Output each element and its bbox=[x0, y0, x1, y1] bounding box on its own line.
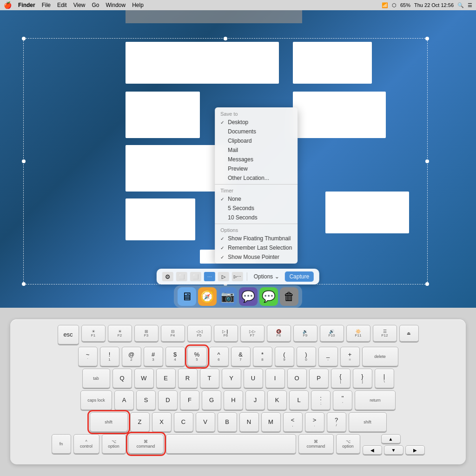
toolbar-window-icon[interactable]: ⬜ bbox=[190, 272, 201, 281]
apple-menu[interactable]: 🍎 bbox=[4, 2, 12, 8]
key-1[interactable]: ! 1 bbox=[100, 347, 119, 366]
key-2[interactable]: @ 2 bbox=[122, 347, 141, 366]
dropdown-clipboard[interactable]: Clipboard bbox=[215, 136, 298, 145]
dropdown-floating[interactable]: ✓ Show Floating Thumbnail bbox=[215, 234, 298, 243]
handle-tr[interactable] bbox=[425, 37, 429, 40]
dropdown-preview[interactable]: Preview bbox=[215, 164, 298, 173]
key-power[interactable]: ⏏ bbox=[399, 325, 419, 342]
key-f9[interactable]: 🔉 F9 bbox=[293, 325, 317, 342]
key-5[interactable]: % 5 bbox=[187, 347, 207, 366]
menu-go[interactable]: Go bbox=[92, 2, 99, 8]
menu-window[interactable]: Window bbox=[106, 2, 126, 8]
handle-mr[interactable] bbox=[425, 159, 429, 163]
dropdown-remember[interactable]: ✓ Remember Last Selection bbox=[215, 243, 298, 252]
key-command-right[interactable]: ⌘ command bbox=[298, 434, 334, 454]
search-icon[interactable]: 🔍 bbox=[457, 2, 464, 8]
key-s[interactable]: S bbox=[136, 390, 156, 410]
dock-messages[interactable]: 💬 bbox=[259, 287, 278, 306]
app-name[interactable]: Finder bbox=[18, 2, 35, 8]
key-y[interactable]: Y bbox=[222, 369, 241, 388]
key-arrow-down[interactable]: ▼ bbox=[384, 445, 403, 455]
key-e[interactable]: E bbox=[156, 369, 176, 388]
key-f6[interactable]: ▷❙ F6 bbox=[214, 325, 238, 342]
key-period[interactable]: > . bbox=[305, 412, 324, 432]
key-8[interactable]: * 8 bbox=[253, 347, 272, 366]
key-r[interactable]: R bbox=[178, 369, 198, 388]
handle-ml[interactable] bbox=[22, 159, 26, 163]
dropdown-desktop[interactable]: ✓ Desktop bbox=[215, 118, 298, 127]
key-f1[interactable]: ☀ F1 bbox=[81, 325, 106, 342]
key-comma[interactable]: < , bbox=[283, 412, 303, 432]
key-shift-right[interactable]: shift bbox=[349, 412, 387, 432]
key-control[interactable]: ^ control bbox=[73, 434, 99, 454]
key-b[interactable]: B bbox=[218, 412, 237, 432]
key-equals[interactable]: + = bbox=[340, 347, 360, 366]
key-o[interactable]: O bbox=[287, 369, 307, 388]
key-return[interactable]: return bbox=[355, 390, 396, 410]
toolbar-video-selection-icon[interactable]: ▷⋯ bbox=[232, 272, 243, 281]
key-option-right[interactable]: ⌥ option bbox=[336, 434, 360, 454]
toolbar-settings-icon[interactable]: ⚙ bbox=[162, 272, 173, 281]
toolbar-fullscreen-icon[interactable]: ⬜ bbox=[176, 272, 187, 281]
dropdown-5sec[interactable]: 5 Seconds bbox=[215, 204, 298, 213]
key-f5[interactable]: ◁◁ F5 bbox=[187, 325, 212, 342]
key-minus[interactable]: _ - bbox=[318, 347, 338, 366]
dock-screenshot[interactable]: 📷 bbox=[218, 287, 237, 306]
toolbar-selection-icon[interactable]: ⋯ bbox=[204, 272, 215, 281]
toolbar-video-icon[interactable]: ▷ bbox=[218, 272, 229, 281]
key-j[interactable]: J bbox=[245, 390, 265, 410]
dropdown-pointer[interactable]: ✓ Show Mouse Pointer bbox=[215, 252, 298, 262]
key-k[interactable]: K bbox=[267, 390, 287, 410]
dropdown-messages[interactable]: Messages bbox=[215, 155, 298, 164]
key-d[interactable]: D bbox=[158, 390, 178, 410]
key-f7[interactable]: ▷▷ F7 bbox=[240, 325, 264, 342]
key-g[interactable]: G bbox=[202, 390, 221, 410]
key-rbracket[interactable]: } ] bbox=[353, 369, 372, 388]
key-w[interactable]: W bbox=[134, 369, 154, 388]
dock-slack[interactable]: 💬 bbox=[239, 287, 258, 306]
key-f4[interactable]: ⊟ F4 bbox=[161, 325, 185, 342]
key-tab[interactable]: tab bbox=[82, 369, 110, 388]
capture-button[interactable]: Capture bbox=[285, 271, 314, 282]
key-f10[interactable]: 🔊 F10 bbox=[320, 325, 344, 342]
key-spacebar[interactable] bbox=[166, 434, 296, 454]
handle-tl[interactable] bbox=[22, 37, 26, 40]
key-h[interactable]: H bbox=[224, 390, 243, 410]
key-0[interactable]: ) 0 bbox=[297, 347, 316, 366]
key-7[interactable]: & 7 bbox=[231, 347, 251, 366]
key-3[interactable]: # 3 bbox=[144, 347, 163, 366]
key-f12[interactable]: ☰ F12 bbox=[373, 325, 397, 342]
key-delete[interactable]: delete bbox=[362, 347, 398, 366]
key-z[interactable]: Z bbox=[130, 412, 150, 432]
key-q[interactable]: Q bbox=[112, 369, 132, 388]
key-6[interactable]: ^ 6 bbox=[209, 347, 229, 366]
key-p[interactable]: P bbox=[309, 369, 329, 388]
handle-tm[interactable] bbox=[224, 37, 227, 40]
handle-br[interactable] bbox=[425, 282, 429, 286]
key-command-left[interactable]: ⌘ command bbox=[128, 434, 164, 454]
menu-help[interactable]: Help bbox=[132, 2, 144, 8]
dropdown-mail[interactable]: Mail bbox=[215, 145, 298, 155]
key-i[interactable]: I bbox=[265, 369, 285, 388]
key-backslash[interactable]: | \ bbox=[375, 369, 394, 388]
control-center-icon[interactable]: ☰ bbox=[468, 2, 472, 8]
key-n[interactable]: N bbox=[239, 412, 259, 432]
key-shift-left[interactable]: shift bbox=[90, 412, 128, 432]
key-f3[interactable]: ⊞ F3 bbox=[134, 325, 159, 342]
dock-trash[interactable]: 🗑 bbox=[280, 287, 298, 306]
key-slash[interactable]: ? / bbox=[327, 412, 346, 432]
key-f11[interactable]: 🔆 F11 bbox=[346, 325, 370, 342]
key-l[interactable]: L bbox=[289, 390, 309, 410]
key-4[interactable]: $ 4 bbox=[165, 347, 185, 366]
key-backtick[interactable]: ~ ` bbox=[78, 347, 98, 366]
dropdown-documents[interactable]: Documents bbox=[215, 127, 298, 136]
key-t[interactable]: T bbox=[200, 369, 219, 388]
dropdown-10sec[interactable]: 10 Seconds bbox=[215, 213, 298, 222]
key-x[interactable]: X bbox=[152, 412, 172, 432]
dropdown-other[interactable]: Other Location... bbox=[215, 173, 298, 183]
key-arrow-up[interactable]: ▲ bbox=[381, 434, 401, 443]
key-lbracket[interactable]: { [ bbox=[331, 369, 350, 388]
menu-file[interactable]: File bbox=[42, 2, 51, 8]
menu-view[interactable]: View bbox=[73, 2, 86, 8]
key-f8[interactable]: 🔇 F8 bbox=[267, 325, 291, 342]
